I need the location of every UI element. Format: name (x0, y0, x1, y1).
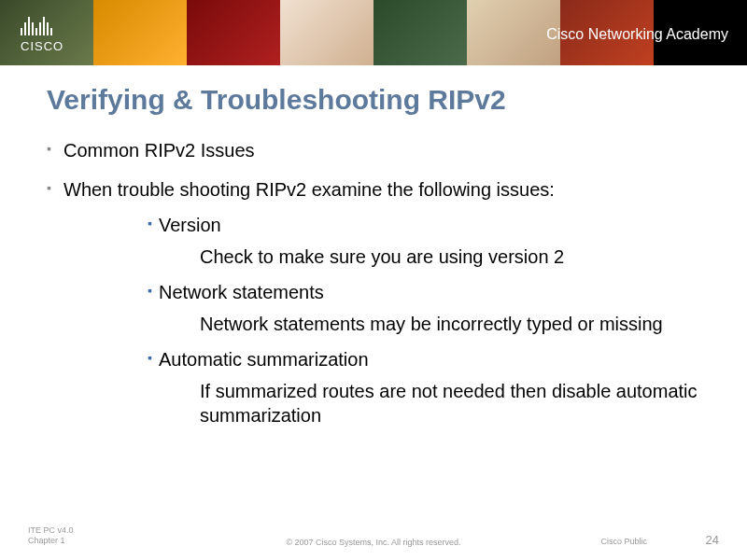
sub-body: If summarized routes are not needed then… (200, 379, 700, 427)
sub-heading: Version (148, 213, 700, 237)
sub-body: Check to make sure you are using version… (200, 245, 700, 269)
footer-left: ITE PC v4.0 Chapter 1 (28, 525, 74, 547)
header-band: CISCO Cisco Networking Academy (0, 0, 747, 65)
cisco-logo-text: CISCO (21, 39, 63, 53)
top-bullet-list: Common RIPv2 Issues When trouble shootin… (47, 138, 700, 427)
footer-public: Cisco Public (600, 537, 647, 546)
cisco-bars-icon (21, 13, 63, 35)
sub-body: Network statements may be incorrectly ty… (200, 312, 700, 336)
footer-chapter: Chapter 1 (28, 536, 74, 547)
footer-right: Cisco Public 24 (600, 533, 719, 547)
footer-page-number: 24 (706, 533, 719, 547)
bullet-text: Common RIPv2 Issues (63, 140, 255, 161)
sub-heading: Network statements (148, 280, 700, 304)
slide-content: Verifying & Troubleshooting RIPv2 Common… (0, 65, 747, 427)
bullet-text: When trouble shooting RIPv2 examine the … (63, 179, 555, 200)
slide-title: Verifying & Troubleshooting RIPv2 (47, 84, 700, 116)
footer-course-code: ITE PC v4.0 (28, 525, 74, 537)
footer: ITE PC v4.0 Chapter 1 © 2007 Cisco Syste… (0, 525, 747, 547)
bullet-item: Common RIPv2 Issues (47, 138, 700, 162)
cisco-logo: CISCO (21, 13, 63, 53)
sub-section: Version Check to make sure you are using… (148, 213, 700, 427)
bullet-item: When trouble shooting RIPv2 examine the … (47, 177, 700, 427)
sub-heading: Automatic summarization (148, 347, 700, 371)
footer-copyright: © 2007 Cisco Systems, Inc. All rights re… (286, 538, 460, 547)
academy-label: Cisco Networking Academy (546, 26, 728, 43)
